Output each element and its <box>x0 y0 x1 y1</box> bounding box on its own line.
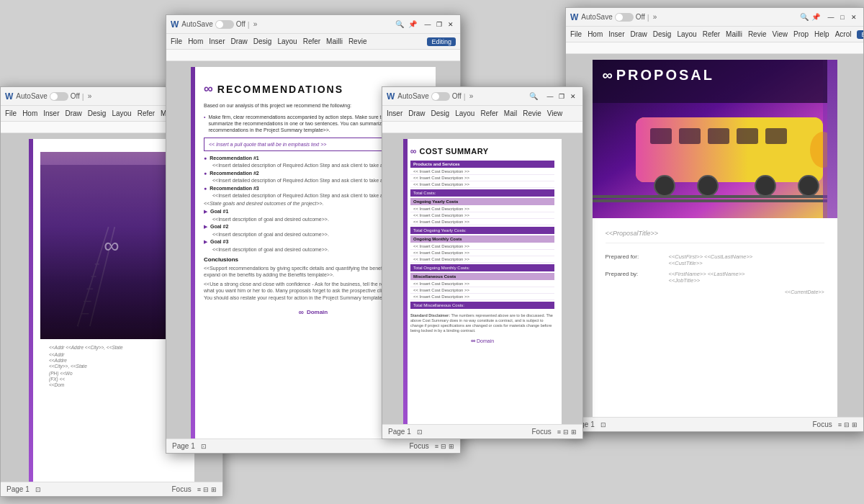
view-icon-3-cost[interactable]: ⊞ <box>571 428 577 436</box>
ribbon-layout-right[interactable]: Layou <box>677 30 696 38</box>
restore-btn-cost[interactable]: ❐ <box>557 91 567 102</box>
left-address-1: <<Addr <box>49 352 174 357</box>
svg-point-18 <box>654 176 675 196</box>
ribbon-design-mid[interactable]: Desig <box>253 37 272 45</box>
ribbon-insert-mid[interactable]: Inser <box>209 37 225 45</box>
autosave-toggle-cost[interactable] <box>431 92 450 101</box>
view-icon-2-cost[interactable]: ⊟ <box>563 428 569 436</box>
ribbon-design-left[interactable]: Desig <box>88 109 107 117</box>
ribbon-mail-mid[interactable]: Mailli <box>326 37 343 45</box>
close-btn-mid[interactable]: ✕ <box>446 19 456 30</box>
prepared-by-label: Prepared by: <box>606 271 663 284</box>
left-logo-center: ∞ <box>104 233 119 258</box>
expand-icon-right[interactable]: » <box>653 13 657 21</box>
search-icon-cost[interactable]: 🔍 <box>529 92 538 100</box>
ribbon-refer-mid[interactable]: Refer <box>303 37 320 45</box>
close-btn-right[interactable]: ✕ <box>849 12 859 22</box>
expand-icon-bottom-mid[interactable]: ⊡ <box>201 443 207 450</box>
view-icon-1-left[interactable]: ≡ <box>197 486 201 493</box>
ribbon-help-right[interactable]: Help <box>814 30 829 38</box>
svg-rect-23 <box>593 199 837 202</box>
ribbon-home-mid[interactable]: Hom <box>188 37 203 45</box>
ribbon-insert-cost[interactable]: Inser <box>387 109 402 117</box>
ribbon-view-right[interactable]: View <box>772 30 788 38</box>
ribbon-review-cost[interactable]: Revie <box>523 109 541 117</box>
minimize-btn-mid[interactable]: — <box>423 19 433 30</box>
ribbon-acrol-right[interactable]: Acrol <box>835 30 852 38</box>
view-icon-2-mid[interactable]: ⊟ <box>441 443 446 450</box>
ribbon-layout-cost[interactable]: Layou <box>455 109 474 117</box>
ribbon-draw-right[interactable]: Draw <box>630 30 647 38</box>
expand-icon-bottom-left[interactable]: ⊡ <box>35 486 41 493</box>
minimize-btn-cost[interactable]: — <box>545 91 555 102</box>
cost-row-2-3: << Insert Cost Description >> <box>410 219 554 225</box>
ribbon-insert-left[interactable]: Inser <box>43 109 59 117</box>
ribbon-refer-left[interactable]: Refer <box>138 109 155 117</box>
search-icon-right[interactable]: 🔍 <box>800 13 809 21</box>
focus-btn-left[interactable]: Focus <box>172 485 192 493</box>
ribbon-view-cost[interactable]: View <box>547 109 563 117</box>
close-btn-cost[interactable]: ✕ <box>568 91 578 102</box>
ribbon-review-right[interactable]: Revie <box>748 30 767 38</box>
cost-row-1-2: << Insert Cost Description >> <box>410 175 554 181</box>
autosave-mid[interactable]: AutoSave Off <box>181 20 246 29</box>
restore-btn-mid[interactable]: ❐ <box>434 19 444 30</box>
autosave-toggle-left[interactable] <box>50 92 68 101</box>
ribbon-design-right[interactable]: Desig <box>653 30 672 38</box>
ribbon-mail-right[interactable]: Mailli <box>726 30 742 38</box>
restore-btn-right[interactable]: □ <box>837 12 847 22</box>
view-icon-1-cost[interactable]: ≡ <box>557 428 561 436</box>
view-icon-3-right[interactable]: ⊞ <box>852 421 858 428</box>
ribbon-file-left[interactable]: File <box>5 109 17 117</box>
autosave-cost[interactable]: AutoSave Off <box>397 92 462 101</box>
focus-btn-mid[interactable]: Focus <box>410 442 429 450</box>
view-icon-2-right[interactable]: ⊟ <box>844 421 850 428</box>
ribbon-mail-cost[interactable]: Mail <box>504 109 517 117</box>
autosave-toggle-right[interactable] <box>615 13 634 22</box>
ribbon-home-right[interactable]: Hom <box>588 30 603 38</box>
ribbon-insert-right[interactable]: Inser <box>608 30 624 38</box>
cost-row-4-1: << Insert Cost Description >> <box>410 281 554 287</box>
ribbon-prop-right[interactable]: Prop <box>793 30 809 38</box>
ribbon-layout-left[interactable]: Layou <box>112 109 131 117</box>
view-icon-1-right[interactable]: ≡ <box>838 421 842 428</box>
ribbon-refer-right[interactable]: Refer <box>703 30 720 38</box>
cost-row-2-2: << Insert Cost Description >> <box>410 212 554 219</box>
left-fx: (FX) << <box>49 377 174 382</box>
autosave-toggle-mid[interactable] <box>215 20 234 29</box>
autosave-left[interactable]: AutoSave Off <box>16 92 80 101</box>
ribbon-file-right[interactable]: File <box>570 30 582 38</box>
ribbon-draw-cost[interactable]: Draw <box>408 109 425 117</box>
prepared-by-name: <<FirstName>> <<LastName>> <box>669 271 824 277</box>
expand-icon-bottom-right[interactable]: ⊡ <box>600 421 606 428</box>
ruler-right <box>566 42 863 54</box>
expand-icon-left[interactable]: » <box>88 92 92 100</box>
ribbon-draw-left[interactable]: Draw <box>65 109 81 117</box>
search-icon-mid[interactable]: 🔍 <box>395 20 404 28</box>
minimize-btn-right[interactable]: — <box>826 12 836 22</box>
pin-icon-right[interactable]: 📌 <box>811 13 820 21</box>
ribbon-home-left[interactable]: Hom <box>22 109 37 117</box>
autosave-right[interactable]: AutoSave Off <box>581 13 645 22</box>
ribbon-design-cost[interactable]: Desig <box>431 109 450 117</box>
pin-icon-mid[interactable]: 📌 <box>408 20 417 28</box>
view-icon-3-left[interactable]: ⊞ <box>211 486 217 493</box>
focus-btn-cost[interactable]: Focus <box>532 428 552 436</box>
ribbon-review-mid[interactable]: Revie <box>348 37 367 45</box>
view-icon-1-mid[interactable]: ≡ <box>435 443 438 450</box>
expand-icon-bottom-cost[interactable]: ⊡ <box>417 428 423 436</box>
rec-heading: RECOMMENDATIONS <box>217 84 343 95</box>
ribbon-draw-mid[interactable]: Draw <box>230 37 247 45</box>
left-doc-text: <<Addr <<Addre <<City>>, <<State <<Addr … <box>40 339 183 393</box>
view-icon-3-mid[interactable]: ⊞ <box>449 443 454 450</box>
ribbon-refer-cost[interactable]: Refer <box>480 109 498 117</box>
window-controls-mid: — ❐ ✕ <box>423 19 456 30</box>
expand-icon-mid[interactable]: » <box>253 20 258 28</box>
view-icon-2-left[interactable]: ⊟ <box>203 486 209 493</box>
focus-label-left: Focus <box>172 485 192 493</box>
view-icons-mid: ≡ ⊟ ⊞ <box>435 443 454 450</box>
ribbon-layout-mid[interactable]: Layou <box>277 37 297 45</box>
focus-btn-right[interactable]: Focus <box>813 420 832 428</box>
expand-icon-cost[interactable]: » <box>469 92 474 100</box>
ribbon-file-mid[interactable]: File <box>171 37 182 45</box>
